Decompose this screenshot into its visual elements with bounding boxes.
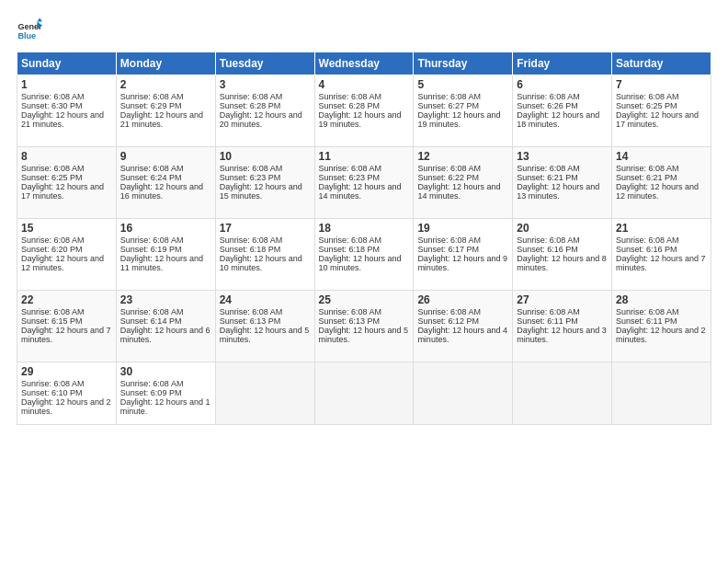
- day-number: 19: [417, 222, 508, 235]
- day-number: 16: [120, 222, 211, 235]
- sunrise-label: Sunrise: 6:08 AM: [120, 92, 184, 101]
- sunrise-label: Sunrise: 6:08 AM: [220, 164, 283, 173]
- daylight-label: Daylight: 12 hours and 7 minutes.: [616, 254, 706, 272]
- day-number: 15: [21, 222, 112, 235]
- daylight-label: Daylight: 12 hours and 16 minutes.: [120, 182, 203, 201]
- weekday-header: Saturday: [612, 52, 711, 75]
- calendar-cell: 17 Sunrise: 6:08 AM Sunset: 6:18 PM Dayl…: [215, 219, 314, 291]
- daylight-label: Daylight: 12 hours and 14 minutes.: [319, 182, 402, 201]
- calendar-cell: 14 Sunrise: 6:08 AM Sunset: 6:21 PM Dayl…: [612, 147, 711, 219]
- sunset-label: Sunset: 6:16 PM: [616, 245, 677, 254]
- day-number: 30: [120, 365, 211, 378]
- sunrise-label: Sunrise: 6:08 AM: [21, 236, 85, 245]
- day-number: 18: [319, 222, 410, 235]
- calendar-cell: 23 Sunrise: 6:08 AM Sunset: 6:14 PM Dayl…: [116, 291, 215, 362]
- calendar-cell: 4 Sunrise: 6:08 AM Sunset: 6:28 PM Dayli…: [314, 75, 414, 147]
- sunset-label: Sunset: 6:18 PM: [220, 245, 281, 254]
- sunset-label: Sunset: 6:12 PM: [417, 316, 479, 326]
- header: General Blue: [17, 17, 711, 42]
- day-number: 11: [319, 150, 410, 163]
- calendar-cell: 10 Sunrise: 6:08 AM Sunset: 6:23 PM Dayl…: [215, 147, 314, 219]
- sunrise-label: Sunrise: 6:08 AM: [616, 236, 679, 245]
- daylight-label: Daylight: 12 hours and 18 minutes.: [517, 110, 599, 129]
- sunset-label: Sunset: 6:13 PM: [319, 316, 381, 326]
- day-number: 2: [120, 78, 211, 91]
- day-number: 12: [417, 150, 508, 163]
- day-number: 22: [21, 293, 112, 306]
- svg-text:Blue: Blue: [17, 31, 36, 40]
- sunset-label: Sunset: 6:09 PM: [120, 388, 182, 397]
- daylight-label: Daylight: 12 hours and 13 minutes.: [517, 182, 599, 201]
- calendar-cell: 22 Sunrise: 6:08 AM Sunset: 6:15 PM Dayl…: [17, 291, 117, 362]
- calendar-cell: 20 Sunrise: 6:08 AM Sunset: 6:16 PM Dayl…: [513, 219, 612, 291]
- page: General Blue SundayMondayTuesdayWednesda…: [0, 0, 728, 434]
- sunrise-label: Sunrise: 6:08 AM: [319, 307, 382, 316]
- weekday-header: Friday: [513, 52, 612, 75]
- daylight-label: Daylight: 12 hours and 1 minute.: [120, 397, 210, 416]
- day-number: 10: [220, 150, 311, 163]
- daylight-label: Daylight: 12 hours and 9 minutes.: [417, 254, 507, 272]
- calendar-cell: 29 Sunrise: 6:08 AM Sunset: 6:10 PM Dayl…: [17, 362, 117, 425]
- sunset-label: Sunset: 6:11 PM: [616, 316, 677, 326]
- sunrise-label: Sunrise: 6:08 AM: [220, 92, 283, 101]
- sunrise-label: Sunrise: 6:08 AM: [120, 164, 184, 173]
- sunrise-label: Sunrise: 6:08 AM: [21, 164, 85, 173]
- sunrise-label: Sunrise: 6:08 AM: [616, 307, 679, 316]
- sunset-label: Sunset: 6:15 PM: [21, 316, 83, 326]
- sunset-label: Sunset: 6:14 PM: [120, 316, 182, 326]
- daylight-label: Daylight: 12 hours and 7 minutes.: [21, 326, 111, 344]
- calendar-cell: 28 Sunrise: 6:08 AM Sunset: 6:11 PM Dayl…: [612, 291, 711, 362]
- sunrise-label: Sunrise: 6:08 AM: [417, 307, 481, 316]
- calendar-cell: 3 Sunrise: 6:08 AM Sunset: 6:28 PM Dayli…: [215, 75, 314, 147]
- sunrise-label: Sunrise: 6:08 AM: [319, 236, 382, 245]
- day-number: 21: [616, 222, 707, 235]
- calendar-cell: 26 Sunrise: 6:08 AM Sunset: 6:12 PM Dayl…: [414, 291, 513, 362]
- sunrise-label: Sunrise: 6:08 AM: [21, 307, 85, 316]
- sunrise-label: Sunrise: 6:08 AM: [517, 92, 580, 101]
- day-number: 8: [21, 150, 112, 163]
- day-number: 24: [220, 293, 311, 306]
- daylight-label: Daylight: 12 hours and 21 minutes.: [120, 110, 203, 129]
- weekday-header: Sunday: [17, 52, 117, 75]
- weekday-header: Monday: [116, 52, 215, 75]
- day-number: 5: [417, 78, 508, 91]
- calendar-cell: 8 Sunrise: 6:08 AM Sunset: 6:25 PM Dayli…: [17, 147, 117, 219]
- daylight-label: Daylight: 12 hours and 5 minutes.: [319, 326, 409, 344]
- sunset-label: Sunset: 6:27 PM: [417, 101, 479, 110]
- day-number: 9: [120, 150, 211, 163]
- day-number: 14: [616, 150, 707, 163]
- sunrise-label: Sunrise: 6:08 AM: [319, 164, 382, 173]
- sunrise-label: Sunrise: 6:08 AM: [417, 92, 481, 101]
- calendar-cell: [414, 362, 513, 425]
- sunset-label: Sunset: 6:13 PM: [220, 316, 281, 326]
- calendar-cell: 5 Sunrise: 6:08 AM Sunset: 6:27 PM Dayli…: [414, 75, 513, 147]
- day-number: 7: [616, 78, 707, 91]
- sunrise-label: Sunrise: 6:08 AM: [220, 307, 283, 316]
- sunset-label: Sunset: 6:28 PM: [220, 101, 281, 110]
- calendar-cell: [612, 362, 711, 425]
- sunset-label: Sunset: 6:23 PM: [319, 173, 381, 182]
- sunset-label: Sunset: 6:21 PM: [517, 173, 578, 182]
- day-number: 29: [21, 365, 112, 378]
- daylight-label: Daylight: 12 hours and 14 minutes.: [417, 182, 500, 201]
- calendar-cell: [215, 362, 314, 425]
- weekday-header: Wednesday: [314, 52, 414, 75]
- sunrise-label: Sunrise: 6:08 AM: [517, 307, 580, 316]
- sunrise-label: Sunrise: 6:08 AM: [220, 236, 283, 245]
- daylight-label: Daylight: 12 hours and 19 minutes.: [319, 110, 402, 129]
- daylight-label: Daylight: 12 hours and 20 minutes.: [220, 110, 302, 129]
- sunrise-label: Sunrise: 6:08 AM: [21, 92, 85, 101]
- sunset-label: Sunset: 6:20 PM: [21, 245, 83, 254]
- calendar-cell: 6 Sunrise: 6:08 AM Sunset: 6:26 PM Dayli…: [513, 75, 612, 147]
- day-number: 13: [517, 150, 608, 163]
- daylight-label: Daylight: 12 hours and 8 minutes.: [517, 254, 607, 272]
- sunrise-label: Sunrise: 6:08 AM: [120, 236, 184, 245]
- calendar-cell: 1 Sunrise: 6:08 AM Sunset: 6:30 PM Dayli…: [17, 75, 117, 147]
- sunrise-label: Sunrise: 6:08 AM: [417, 236, 481, 245]
- logo: General Blue: [17, 17, 46, 42]
- sunrise-label: Sunrise: 6:08 AM: [417, 164, 481, 173]
- daylight-label: Daylight: 12 hours and 12 minutes.: [21, 254, 104, 272]
- logo-icon: General Blue: [17, 17, 42, 42]
- daylight-label: Daylight: 12 hours and 6 minutes.: [120, 326, 210, 344]
- sunset-label: Sunset: 6:19 PM: [120, 245, 182, 254]
